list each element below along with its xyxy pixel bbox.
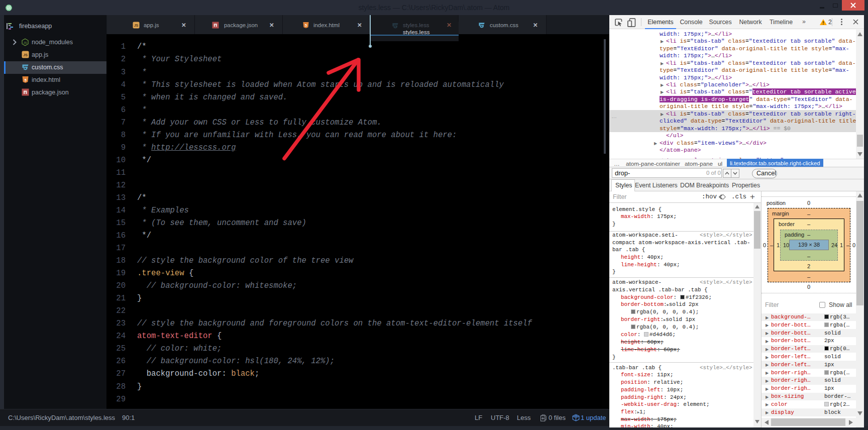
- svg-text:JS: JS: [134, 24, 139, 27]
- svg-text:JS: JS: [23, 53, 28, 57]
- svg-text:5: 5: [24, 78, 26, 82]
- svg-text:JS: JS: [23, 41, 27, 44]
- svg-text:5: 5: [305, 24, 307, 27]
